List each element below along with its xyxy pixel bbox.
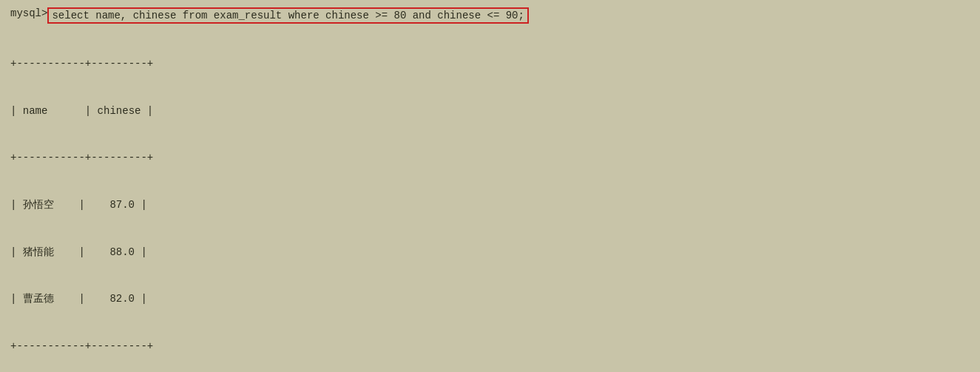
table1-sep-bot: +-----------+---------+: [10, 339, 970, 355]
table1-sep-mid: +-----------+---------+: [10, 150, 970, 166]
terminal-window: mysql> select name, chinese from exam_re…: [10, 7, 970, 372]
prompt1: mysql>: [10, 7, 47, 19]
query1-sql: select name, chinese from exam_result wh…: [47, 7, 529, 24]
table1-row-2: | 曹孟德 | 82.0 |: [10, 291, 970, 308]
table1-row-0: | 孙悟空 | 87.0 |: [10, 197, 970, 214]
table1-header: | name | chinese |: [10, 104, 970, 120]
table1-sep-top: +-----------+---------+: [10, 56, 970, 72]
table1-row-1: | 猪悟能 | 88.0 |: [10, 245, 970, 261]
query1-line: mysql> select name, chinese from exam_re…: [10, 7, 970, 24]
table1-output: +-----------+---------+ | name | chinese…: [10, 25, 970, 372]
